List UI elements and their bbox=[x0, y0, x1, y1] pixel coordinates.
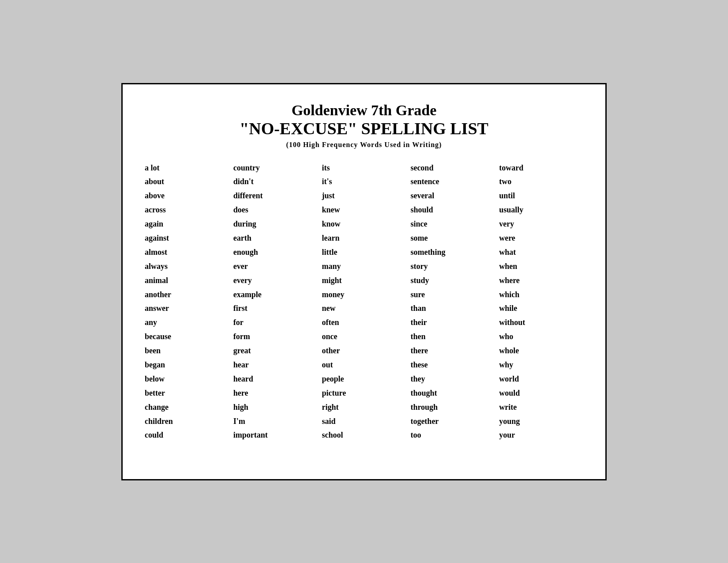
word-item: often bbox=[322, 317, 406, 329]
word-item: together bbox=[410, 416, 495, 428]
word-item: story bbox=[410, 261, 495, 273]
word-item: without bbox=[499, 317, 583, 329]
spelling-list-page: Goldenview 7th Grade "NO-EXCUSE" SPELLIN… bbox=[121, 83, 607, 480]
word-item: they bbox=[410, 373, 495, 385]
word-item: might bbox=[322, 275, 406, 287]
word-item: for bbox=[233, 317, 318, 329]
word-item: didn't bbox=[233, 176, 318, 188]
word-item: great bbox=[233, 345, 318, 357]
word-item: above bbox=[145, 190, 229, 202]
word-item: because bbox=[145, 331, 229, 343]
word-item: other bbox=[322, 345, 406, 357]
word-item: when bbox=[499, 261, 583, 273]
word-column-1: a lotaboutaboveacrossagainagainstalmosta… bbox=[145, 162, 229, 442]
word-item: money bbox=[322, 289, 406, 301]
word-item: two bbox=[499, 176, 583, 188]
word-item: until bbox=[499, 190, 583, 202]
word-item: said bbox=[322, 416, 406, 428]
title-section: Goldenview 7th Grade "NO-EXCUSE" SPELLIN… bbox=[145, 102, 583, 149]
word-item: country bbox=[233, 162, 318, 174]
word-item: picture bbox=[322, 387, 406, 400]
word-item: then bbox=[410, 331, 495, 343]
subtitle: (100 High Frequency Words Used in Writin… bbox=[145, 141, 583, 149]
word-item: there bbox=[410, 345, 495, 357]
word-item: what bbox=[499, 246, 583, 259]
word-item: since bbox=[410, 218, 495, 230]
word-item: should bbox=[410, 204, 495, 216]
word-item: I'm bbox=[233, 416, 318, 428]
word-item: than bbox=[410, 302, 495, 315]
word-item: change bbox=[145, 401, 229, 414]
word-item: while bbox=[499, 302, 583, 315]
word-item: better bbox=[145, 387, 229, 400]
word-item: does bbox=[233, 204, 318, 216]
word-item: heard bbox=[233, 373, 318, 385]
word-item: a lot bbox=[145, 162, 229, 174]
word-item: always bbox=[145, 261, 229, 273]
word-item: high bbox=[233, 401, 318, 414]
word-item: below bbox=[145, 373, 229, 385]
word-item: second bbox=[410, 162, 495, 174]
word-item: several bbox=[410, 190, 495, 202]
word-item: first bbox=[233, 302, 318, 315]
word-item: been bbox=[145, 345, 229, 357]
word-item: about bbox=[145, 176, 229, 188]
word-item: toward bbox=[499, 162, 583, 174]
word-item: usually bbox=[499, 204, 583, 216]
word-item: very bbox=[499, 218, 583, 230]
word-item: many bbox=[322, 261, 406, 273]
word-item: too bbox=[410, 429, 495, 442]
word-item: know bbox=[322, 218, 406, 230]
word-item: their bbox=[410, 317, 495, 329]
word-item: almost bbox=[145, 246, 229, 259]
word-item: ever bbox=[233, 261, 318, 273]
word-item: different bbox=[233, 190, 318, 202]
word-item: your bbox=[499, 429, 583, 442]
word-item: hear bbox=[233, 359, 318, 371]
word-item: another bbox=[145, 289, 229, 301]
word-item: just bbox=[322, 190, 406, 202]
word-item: some bbox=[410, 232, 495, 245]
word-item: study bbox=[410, 275, 495, 287]
word-item: through bbox=[410, 401, 495, 414]
word-item: sentence bbox=[410, 176, 495, 188]
word-item: earth bbox=[233, 232, 318, 245]
word-item: animal bbox=[145, 275, 229, 287]
word-column-4: secondsentenceseveralshouldsincesomesome… bbox=[410, 162, 495, 442]
word-item: out bbox=[322, 359, 406, 371]
word-item: any bbox=[145, 317, 229, 329]
word-item: something bbox=[410, 246, 495, 259]
word-item: who bbox=[499, 331, 583, 343]
word-item: form bbox=[233, 331, 318, 343]
word-item: thought bbox=[410, 387, 495, 400]
word-column-3: itsit'sjustknewknowlearnlittlemanymightm… bbox=[322, 162, 406, 442]
word-item: which bbox=[499, 289, 583, 301]
word-item: little bbox=[322, 246, 406, 259]
word-item: knew bbox=[322, 204, 406, 216]
word-item: enough bbox=[233, 246, 318, 259]
title-line1: Goldenview 7th Grade bbox=[145, 102, 583, 119]
word-item: people bbox=[322, 373, 406, 385]
word-item: again bbox=[145, 218, 229, 230]
word-item: could bbox=[145, 429, 229, 442]
word-item: answer bbox=[145, 302, 229, 315]
word-grid: a lotaboutaboveacrossagainagainstalmosta… bbox=[145, 162, 583, 442]
word-item: new bbox=[322, 302, 406, 315]
word-item: world bbox=[499, 373, 583, 385]
word-item: across bbox=[145, 204, 229, 216]
word-item: against bbox=[145, 232, 229, 245]
word-item: its bbox=[322, 162, 406, 174]
word-item: were bbox=[499, 232, 583, 245]
word-item: children bbox=[145, 416, 229, 428]
word-item: during bbox=[233, 218, 318, 230]
word-item: these bbox=[410, 359, 495, 371]
word-item: every bbox=[233, 275, 318, 287]
word-item: once bbox=[322, 331, 406, 343]
word-column-5: towardtwountilusuallyverywerewhatwhenwhe… bbox=[499, 162, 583, 442]
word-item: example bbox=[233, 289, 318, 301]
word-item: right bbox=[322, 401, 406, 414]
word-item: sure bbox=[410, 289, 495, 301]
word-column-2: countrydidn'tdifferentdoesduringeartheno… bbox=[233, 162, 318, 442]
word-item: young bbox=[499, 416, 583, 428]
word-item: important bbox=[233, 429, 318, 442]
